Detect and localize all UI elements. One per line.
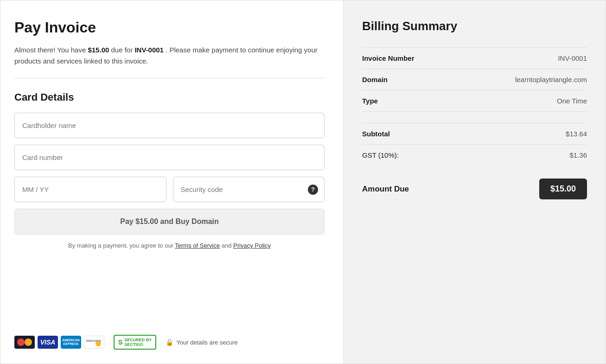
intro-invoice: INV-0001 <box>134 46 164 54</box>
expiry-group <box>14 177 166 202</box>
gst-value: $1.36 <box>569 151 587 159</box>
terms-text: By making a payment, you agree to our Te… <box>14 242 325 249</box>
terms-of-service-link[interactable]: Terms of Service <box>175 242 220 249</box>
right-panel: Billing Summary Invoice Number INV-0001 … <box>344 0 606 364</box>
billing-table: Invoice Number INV-0001 Domain learntopl… <box>362 47 587 206</box>
invoice-number-label: Invoice Number <box>362 54 415 62</box>
domain-row: Domain learntoplaytriangle.com <box>362 69 587 90</box>
card-number-group <box>14 145 325 170</box>
security-code-input[interactable] <box>173 177 325 202</box>
invoice-number-row: Invoice Number INV-0001 <box>362 47 587 69</box>
cardholder-name-group <box>14 113 325 138</box>
card-icons: VISA AMERICANEXPRESS DISCOVER <box>14 336 104 349</box>
footer-row: VISA AMERICANEXPRESS DISCOVER S SECURED … <box>14 335 325 350</box>
pay-button[interactable]: Pay $15.00 and Buy Domain <box>14 209 325 235</box>
intro-before: Almost there! You have <box>14 46 88 54</box>
terms-mid: and <box>220 242 233 249</box>
type-row: Type One Time <box>362 90 587 112</box>
sectigo-line2: SECTIGO <box>124 342 152 347</box>
amount-due-badge: $15.00 <box>539 179 587 199</box>
privacy-policy-link[interactable]: Privacy Policy <box>233 242 271 249</box>
sectigo-line1: SECURED BY <box>124 338 152 342</box>
gst-label: GST (10%): <box>362 151 399 159</box>
mastercard-icon <box>14 336 35 349</box>
sectigo-logo: S <box>118 338 122 346</box>
intro-text: Almost there! You have $15.00 due for IN… <box>14 45 325 67</box>
cardholder-name-input[interactable] <box>14 113 325 138</box>
security-help-icon[interactable]: ? <box>308 185 318 195</box>
subtotal-row: Subtotal $13.64 <box>362 123 587 145</box>
discover-icon: DISCOVER <box>84 336 104 349</box>
security-group: ? <box>173 177 325 202</box>
section-divider <box>14 78 325 78</box>
card-number-input[interactable] <box>14 145 325 170</box>
secure-text-row: 🔒 Your details are secure <box>166 338 238 346</box>
type-value: One Time <box>557 97 587 105</box>
left-panel: Pay Invoice Almost there! You have $15.0… <box>0 0 344 364</box>
invoice-number-value: INV-0001 <box>558 54 587 62</box>
subtotal-label: Subtotal <box>362 130 390 138</box>
svg-point-2 <box>96 341 101 346</box>
expiry-input[interactable] <box>14 177 166 202</box>
amount-due-label: Amount Due <box>362 185 409 194</box>
terms-before: By making a payment, you agree to our <box>68 242 175 249</box>
billing-title: Billing Summary <box>362 19 587 33</box>
gst-row: GST (10%): $1.36 <box>362 145 587 166</box>
card-details-title: Card Details <box>14 91 325 103</box>
page-title: Pay Invoice <box>14 19 325 36</box>
type-label: Type <box>362 97 378 105</box>
expiry-security-row: ? <box>14 177 325 202</box>
secure-label: Your details are secure <box>176 339 238 346</box>
intro-mid: due for <box>109 46 134 54</box>
intro-amount: $15.00 <box>88 46 109 54</box>
visa-icon: VISA <box>38 336 58 349</box>
domain-label: Domain <box>362 76 388 83</box>
sectigo-text: SECURED BY SECTIGO <box>124 338 152 347</box>
domain-value: learntoplaytriangle.com <box>515 76 587 83</box>
lock-icon: 🔒 <box>166 338 173 346</box>
sectigo-badge: S SECURED BY SECTIGO <box>114 335 156 350</box>
subtotal-value: $13.64 <box>566 130 587 138</box>
amex-icon: AMERICANEXPRESS <box>61 336 81 349</box>
amount-due-row: Amount Due $15.00 <box>362 172 587 206</box>
page-container: Pay Invoice Almost there! You have $15.0… <box>0 0 606 364</box>
